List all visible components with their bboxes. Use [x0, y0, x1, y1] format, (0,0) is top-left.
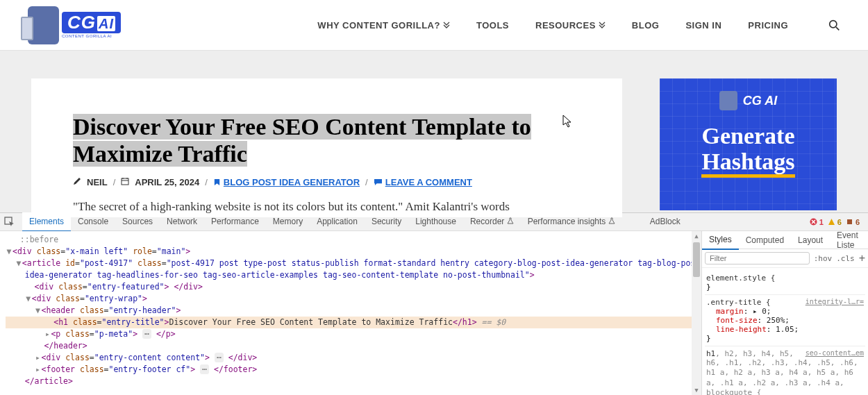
- hov-toggle[interactable]: :hov: [814, 254, 833, 263]
- tab-layout[interactable]: Layout: [791, 231, 830, 249]
- main-nav: WHY CONTENT GORILLA? TOOLS RESOURCES BLO…: [317, 19, 840, 31]
- devtools-body: ::before ▼<div class="x-main left" role=…: [0, 231, 868, 395]
- issue-counters: 1 6 6: [810, 218, 864, 226]
- article-meta: NEIL / APRIL 25, 2024 / BLOG POST IDEA G…: [73, 177, 581, 187]
- source-link[interactable]: seo-content…em: [806, 349, 864, 357]
- article-excerpt: "The secret of a high-ranking website is…: [73, 200, 581, 214]
- ad-logo: CG AI: [719, 91, 777, 110]
- rule-entry-title: .entry-title {integrity-l…r= margin: ▸ 0…: [705, 295, 865, 346]
- nav-signin[interactable]: SIGN IN: [685, 20, 721, 31]
- warn-count[interactable]: 6: [828, 218, 842, 226]
- flask-icon: [507, 217, 514, 224]
- scroll-up-icon[interactable]: ▲: [692, 231, 701, 241]
- scroll-down-icon[interactable]: ▼: [692, 385, 701, 395]
- page: CGAI CONTENT GORILLA AI WHY CONTENT GORI…: [0, 0, 868, 212]
- svg-point-0: [830, 20, 837, 27]
- nav-tools[interactable]: TOOLS: [476, 20, 509, 31]
- style-rules[interactable]: element.style { } .entry-title {integrit…: [702, 268, 868, 395]
- site-logo[interactable]: CGAI CONTENT GORILLA AI: [28, 6, 135, 44]
- sidebar-ad[interactable]: CG AI GenerateHashtags: [660, 78, 837, 210]
- comment-link[interactable]: LEAVE A COMMENT: [374, 177, 472, 187]
- selected-element[interactable]: <h1 class="entry-title">Discover Your Fr…: [6, 317, 701, 328]
- bookmark-icon: [213, 178, 221, 186]
- svg-line-1: [836, 27, 839, 30]
- nav-blog[interactable]: BLOG: [632, 20, 660, 31]
- mascot-icon: [719, 91, 737, 110]
- devtools: Elements Console Sources Network Perform…: [0, 212, 868, 395]
- cls-toggle[interactable]: .cls: [836, 254, 855, 263]
- tab-styles[interactable]: Styles: [702, 230, 739, 250]
- tab-computed[interactable]: Computed: [739, 231, 791, 249]
- logo-wordmark: CGAI CONTENT GORILLA AI: [62, 12, 121, 38]
- calendar-icon: [121, 177, 129, 187]
- styles-filter-row: :hov .cls +: [702, 249, 868, 268]
- pencil-icon: [73, 177, 81, 187]
- nav-why[interactable]: WHY CONTENT GORILLA?: [317, 20, 450, 31]
- nav-pricing[interactable]: PRICING: [748, 20, 788, 31]
- ad-text: GenerateHashtags: [701, 123, 794, 175]
- chevron-down-icon: [443, 22, 450, 28]
- styles-filter-input[interactable]: [705, 252, 810, 264]
- search-icon[interactable]: [828, 19, 840, 31]
- rule-element-style: element.style { }: [705, 271, 865, 295]
- svg-rect-8: [847, 219, 852, 224]
- page-body: Discover Your Free SEO Content Template …: [0, 51, 868, 217]
- nav-why-label: WHY CONTENT GORILLA?: [317, 20, 440, 31]
- mouse-cursor: [562, 115, 574, 128]
- scrollbar[interactable]: ▲ ▼: [692, 231, 701, 395]
- article-title: Discover Your Free SEO Content Template …: [73, 113, 581, 167]
- mascot-icon: [28, 6, 59, 44]
- nav-resources[interactable]: RESOURCES: [535, 20, 606, 31]
- comment-icon: [374, 178, 383, 186]
- add-rule-button[interactable]: +: [859, 252, 865, 264]
- author: NEIL: [87, 177, 108, 187]
- scroll-thumb[interactable]: [693, 242, 700, 277]
- flask-icon: [608, 217, 615, 224]
- info-count[interactable]: 6: [846, 218, 860, 226]
- category-link[interactable]: BLOG POST IDEA GENERATOR: [213, 177, 360, 187]
- source-link[interactable]: integrity-l…r=: [806, 298, 864, 305]
- svg-rect-2: [122, 178, 128, 185]
- inspect-icon[interactable]: [4, 217, 15, 228]
- date: APRIL 25, 2024: [135, 177, 199, 187]
- error-count[interactable]: 1: [810, 218, 824, 226]
- styles-pane: Styles Computed Layout Event Liste :hov …: [701, 231, 868, 395]
- chevron-down-icon: [599, 22, 606, 28]
- header-bar: CGAI CONTENT GORILLA AI WHY CONTENT GORI…: [0, 0, 868, 51]
- nav-resources-label: RESOURCES: [535, 20, 596, 31]
- elements-pane[interactable]: ::before ▼<div class="x-main left" role=…: [0, 231, 701, 395]
- styles-tabs: Styles Computed Layout Event Liste: [702, 231, 868, 249]
- article-card: Discover Your Free SEO Content Template …: [31, 78, 622, 217]
- rule-h1: h1, h2, h3, h4, h5,seo-content…em h6, .h…: [705, 346, 865, 395]
